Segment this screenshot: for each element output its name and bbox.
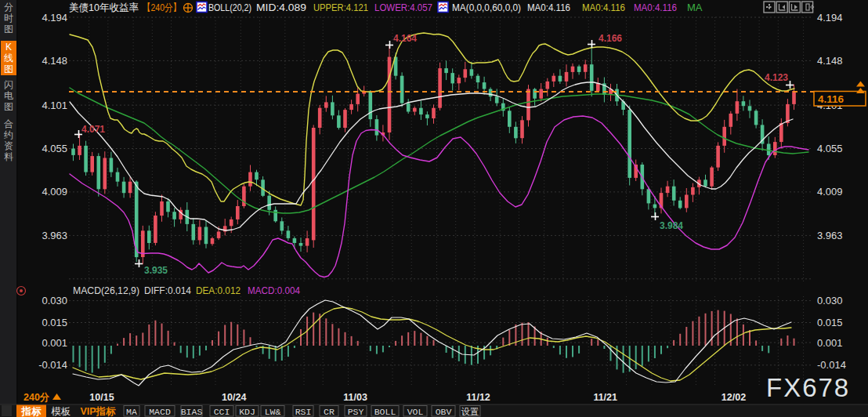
svg-text:0.030: 0.030	[817, 295, 843, 306]
svg-text:4.009: 4.009	[42, 186, 67, 198]
svg-text:MA: MA	[126, 407, 137, 417]
svg-text:3.935: 3.935	[144, 265, 168, 276]
svg-text:MA(0,0,0,60,0,0): MA(0,0,0,60,0,0)	[452, 2, 521, 13]
svg-text:4.166: 4.166	[599, 33, 622, 44]
svg-text:线: 线	[4, 53, 13, 63]
svg-text:MA: MA	[687, 2, 703, 13]
svg-text:MACD(26,12,9): MACD(26,12,9)	[73, 285, 139, 296]
svg-text:图: 图	[4, 101, 13, 112]
svg-text:VIP指标: VIP指标	[80, 406, 116, 417]
svg-text:4.194: 4.194	[42, 12, 67, 24]
svg-text:12/02: 12/02	[722, 392, 746, 403]
svg-text:时: 时	[4, 13, 13, 24]
svg-text:4.148: 4.148	[817, 55, 843, 67]
svg-text:CCI: CCI	[214, 407, 230, 417]
svg-text:VOL: VOL	[407, 407, 424, 417]
svg-text:合: 合	[4, 118, 13, 129]
svg-text:DIFF:0.014: DIFF:0.014	[144, 285, 191, 296]
svg-text:4.101: 4.101	[42, 100, 67, 111]
svg-text:0.030: 0.030	[42, 295, 67, 306]
svg-text:MA0:4.116: MA0:4.116	[582, 2, 625, 13]
svg-text:4.071: 4.071	[81, 124, 105, 135]
svg-text:指标: 指标	[21, 406, 42, 417]
svg-text:图: 图	[4, 63, 13, 74]
svg-text:MACD:0.004: MACD:0.004	[248, 285, 300, 296]
svg-text:LOWER:4.057: LOWER:4.057	[374, 2, 432, 13]
svg-text:0.015: 0.015	[42, 317, 67, 328]
svg-text:10/15: 10/15	[89, 392, 114, 403]
svg-text:11/03: 11/03	[343, 392, 367, 403]
svg-text:RSI: RSI	[295, 407, 312, 417]
svg-text:约: 约	[4, 129, 13, 140]
svg-text:3.963: 3.963	[42, 230, 67, 241]
svg-text:分: 分	[4, 2, 13, 13]
svg-text:4.164: 4.164	[393, 33, 417, 44]
svg-text:MA0:4.116: MA0:4.116	[634, 2, 677, 13]
svg-text:DEA:0.012: DEA:0.012	[196, 285, 241, 296]
svg-text:10/24: 10/24	[222, 392, 246, 403]
svg-text:FX678: FX678	[766, 373, 850, 402]
svg-text:MID:4.089: MID:4.089	[256, 2, 306, 13]
svg-text:BOLL(20,2): BOLL(20,2)	[208, 2, 251, 13]
svg-text:4.123: 4.123	[765, 72, 788, 83]
svg-text:0.001: 0.001	[42, 337, 67, 349]
svg-text:0.001: 0.001	[817, 337, 843, 349]
svg-text:闪: 闪	[4, 79, 13, 90]
svg-text:-0.014: -0.014	[38, 359, 67, 371]
svg-text:BOLL: BOLL	[374, 407, 396, 417]
svg-text:图: 图	[4, 24, 13, 34]
svg-text:PSY: PSY	[348, 407, 364, 417]
svg-text:4.194: 4.194	[817, 12, 843, 24]
svg-text:K: K	[5, 42, 12, 53]
svg-text:电: 电	[4, 90, 13, 101]
svg-text:4.009: 4.009	[817, 186, 843, 198]
svg-text:4.148: 4.148	[42, 55, 67, 67]
svg-text:MACD: MACD	[149, 407, 171, 417]
svg-text:0.015: 0.015	[817, 317, 843, 328]
svg-text:4.055: 4.055	[817, 143, 843, 154]
svg-text:UPPER:4.121: UPPER:4.121	[313, 2, 368, 13]
svg-text:KDJ: KDJ	[239, 407, 255, 417]
svg-text:4.055: 4.055	[42, 143, 67, 154]
svg-text:4.116: 4.116	[818, 93, 844, 105]
svg-text:3.984: 3.984	[660, 220, 683, 231]
svg-text:CR: CR	[324, 407, 335, 417]
svg-text:-0.014: -0.014	[817, 359, 846, 371]
svg-text:11/12: 11/12	[466, 392, 490, 403]
svg-text:料: 料	[4, 151, 13, 162]
svg-text:LW&: LW&	[265, 407, 281, 417]
svg-text:240分: 240分	[24, 392, 50, 403]
svg-text:OBV: OBV	[436, 407, 452, 417]
svg-text:BIAS: BIAS	[181, 407, 203, 417]
svg-text:美债10年收益率: 美债10年收益率	[69, 2, 139, 13]
svg-text:模板: 模板	[51, 406, 71, 417]
svg-text:MA0:4.116: MA0:4.116	[527, 2, 570, 13]
svg-text:3.963: 3.963	[817, 230, 843, 241]
svg-text:设置: 设置	[461, 407, 479, 416]
svg-text:资: 资	[4, 140, 13, 151]
svg-text:11/21: 11/21	[593, 392, 617, 403]
svg-text:【240分】: 【240分】	[143, 2, 181, 13]
